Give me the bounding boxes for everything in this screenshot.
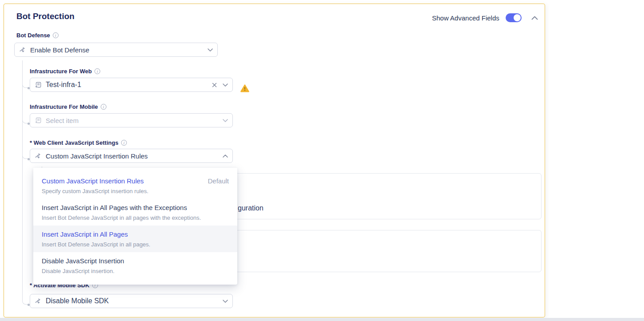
info-circle-icon[interactable]: i (53, 32, 59, 38)
collapse-chevron-icon[interactable] (531, 16, 538, 20)
info-circle-icon[interactable]: i (101, 104, 106, 110)
option-description: Insert Bot Defense JavaScript in all pag… (42, 214, 229, 222)
chevron-up-icon (223, 155, 228, 158)
mobile-sdk-select[interactable]: Disable Mobile SDK (30, 294, 233, 308)
select-reference-icon (35, 117, 42, 124)
toggle-knob (514, 14, 521, 21)
infra-web-label: Infrastructure For Web i (30, 68, 100, 75)
infra-web-select[interactable]: Test-infra-1 (30, 78, 233, 92)
infra-mobile-label: Infrastructure For Mobile i (30, 103, 106, 110)
tree-connector-line (22, 60, 23, 299)
js-settings-select[interactable]: Custom JavaScript Insertion Rules (30, 149, 233, 163)
page: Bot Protection Show Advanced Fields Bot … (0, 0, 644, 321)
infra-web-label-text: Infrastructure For Web (30, 68, 92, 75)
info-circle-icon[interactable]: i (121, 140, 127, 146)
mobile-sdk-value: Disable Mobile SDK (46, 297, 219, 305)
js-settings-value: Custom JavaScript Insertion Rules (46, 152, 219, 160)
chevron-down-icon (223, 119, 228, 122)
show-advanced-fields-label: Show Advanced Fields (432, 14, 499, 22)
one-of-branch-icon (35, 297, 42, 305)
js-settings-dropdown-menu: Custom JavaScript Insertion Rules Defaul… (33, 168, 237, 285)
infra-mobile-label-text: Infrastructure For Mobile (30, 103, 98, 110)
option-description: Disable JavaScript insertion. (42, 268, 229, 275)
js-settings-label: * Web Client JavaScript Settings i (30, 139, 127, 146)
page-bottom-strip (0, 318, 644, 321)
bot-defense-label: Bot Defense i (16, 32, 59, 39)
option-title: Insert JavaScript in All Pages (42, 230, 128, 238)
chevron-down-icon (223, 300, 228, 303)
js-config-panel (235, 173, 542, 219)
bot-defense-select[interactable]: Enable Bot Defense (14, 43, 218, 57)
option-title: Custom JavaScript Insertion Rules (42, 177, 144, 185)
menu-option-disable-js-insertion[interactable]: Disable JavaScript Insertion Disable Jav… (33, 252, 237, 279)
menu-option-insert-js-all-pages[interactable]: Insert JavaScript in All Pages Insert Bo… (33, 226, 237, 252)
page-title: Bot Protection (16, 12, 75, 21)
option-title: Disable JavaScript Insertion (42, 257, 124, 265)
option-title: Insert JavaScript in All Pages with the … (42, 203, 187, 212)
bot-defense-value: Enable Bot Defense (30, 46, 204, 54)
menu-option-custom-js-rules[interactable]: Custom JavaScript Insertion Rules Defaul… (33, 172, 237, 199)
one-of-branch-icon (19, 46, 26, 53)
infra-mobile-placeholder: Select item (46, 117, 219, 124)
option-description: Specify custom JavaScript insertion rule… (42, 188, 229, 195)
infra-mobile-select[interactable]: Select item (30, 113, 233, 127)
warning-triangle-icon[interactable] (240, 84, 249, 92)
info-circle-icon[interactable]: i (94, 68, 100, 74)
panel-partial-text: guration (238, 204, 263, 212)
header-controls: Show Advanced Fields (432, 13, 538, 22)
option-description: Insert Bot Defense JavaScript in all pag… (42, 241, 229, 248)
chevron-down-icon (208, 48, 213, 52)
infra-web-value: Test-infra-1 (46, 81, 206, 89)
chevron-down-icon (223, 83, 228, 87)
menu-option-insert-js-all-pages-exceptions[interactable]: Insert JavaScript in All Pages with the … (33, 199, 237, 226)
one-of-branch-icon (35, 152, 42, 159)
show-advanced-fields-toggle[interactable] (506, 13, 522, 22)
clear-x-icon[interactable] (210, 83, 219, 87)
js-settings-label-text: * Web Client JavaScript Settings (30, 139, 118, 146)
select-reference-icon (35, 81, 42, 88)
bot-protection-card: Bot Protection Show Advanced Fields Bot … (4, 4, 545, 317)
default-badge: Default (208, 177, 229, 185)
bot-defense-label-text: Bot Defense (16, 32, 50, 39)
js-config-panel-2 (235, 230, 542, 272)
